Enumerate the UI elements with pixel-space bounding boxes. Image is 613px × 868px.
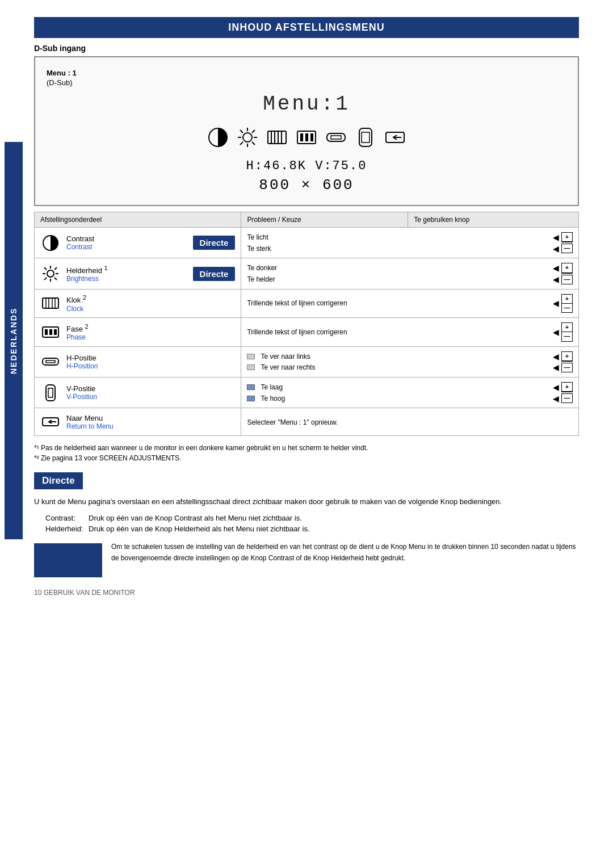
contrast-directe-text: Druk op één van de Knop Contrast als het… xyxy=(89,514,302,522)
list-item: Helderheid: Druk op één van de Knop Held… xyxy=(45,525,579,533)
phase-arrow1: ◀ xyxy=(553,328,559,337)
svg-rect-18 xyxy=(310,133,313,141)
contrast-icon xyxy=(40,234,61,252)
contrast-name-en: Contrast xyxy=(66,243,187,251)
phase-menu-icon xyxy=(294,125,319,150)
page-title: INHOUD AFSTELLINGSMENU xyxy=(34,17,579,38)
phase-icon xyxy=(40,323,61,341)
return-problem1: Selecteer "Menu : 1" opnieuw. xyxy=(247,418,338,426)
sidebar-label: NEDERLANDS xyxy=(5,142,23,539)
helderheid-label: Helderheid: xyxy=(45,525,85,533)
directe-blue-bar xyxy=(34,543,102,577)
hposition-problem1: Te ver naar links xyxy=(261,353,549,360)
vposition-name-en: V-Position xyxy=(66,393,235,401)
svg-rect-42 xyxy=(49,329,52,335)
dsub-label: D-Sub ingang xyxy=(34,44,579,53)
vposition-icon xyxy=(40,384,61,402)
svg-line-7 xyxy=(252,142,255,145)
svg-line-6 xyxy=(240,130,243,133)
vposition-menu-icon xyxy=(353,125,378,150)
table-row: Helderheid 1 Brightness Directe Te donke… xyxy=(35,258,579,289)
brightness-menu-icon xyxy=(235,125,260,150)
svg-rect-17 xyxy=(305,133,308,141)
svg-rect-35 xyxy=(43,298,58,308)
menu-icons-row xyxy=(47,125,566,150)
menu-line2: (D-Sub) xyxy=(47,78,566,87)
svg-rect-22 xyxy=(362,132,370,142)
svg-rect-20 xyxy=(331,136,341,139)
clock-arrow1: ◀ xyxy=(553,299,559,308)
svg-rect-45 xyxy=(46,360,55,363)
svg-line-31 xyxy=(44,267,47,270)
svg-rect-41 xyxy=(45,329,48,335)
hposition-problem2: Te ver naar rechts xyxy=(261,363,549,371)
contrast-directe-badge: Directe xyxy=(193,236,236,250)
adjustment-table: Afstellingsonderdeel Probleem / Keuze Te… xyxy=(34,212,579,436)
contrast-arrow2: ◀ xyxy=(553,244,559,253)
menu-title: Menu:1 xyxy=(47,93,566,116)
return-name-en: Return to Menu xyxy=(66,422,235,430)
directe-list: Contrast: Druk op één van de Knop Contra… xyxy=(45,514,579,533)
brightness-problem2: Te helder xyxy=(247,275,549,283)
svg-point-26 xyxy=(47,270,54,277)
vposition-name-nl: V-Positie xyxy=(66,384,235,393)
col-header-part: Afstellingsonderdeel xyxy=(35,212,241,228)
hposition-name-nl: H-Positie xyxy=(66,354,235,362)
clock-name-en: Clock xyxy=(66,305,235,313)
table-row: V-Positie V-Position Te laag ◀ xyxy=(35,377,579,408)
table-row: Fase 2 Phase Trillende tekst of lijnen c… xyxy=(35,318,579,346)
contrast-name-nl: Contrast xyxy=(66,234,187,243)
col-header-button: Te gebruiken knop xyxy=(408,212,579,228)
contrast-label: Contrast: xyxy=(45,514,85,522)
contrast-menu-icon xyxy=(205,125,230,150)
vposition-problem1: Te laag xyxy=(261,383,549,391)
brightness-problem1: Te donker xyxy=(247,264,549,272)
return-icon xyxy=(40,413,61,431)
svg-point-1 xyxy=(243,133,252,142)
directe-bottom-section: Om te schakelen tussen de instelling van… xyxy=(34,541,579,577)
hposition-arrow1: ◀ xyxy=(553,352,559,361)
hposition-icon xyxy=(40,353,61,371)
brightness-name-nl: Helderheid 1 xyxy=(66,265,187,275)
svg-rect-44 xyxy=(43,358,58,365)
col-header-problem: Probleem / Keuze xyxy=(241,212,408,228)
menu-line1: Menu : 1 xyxy=(47,69,566,77)
footnotes: *¹ Pas de helderheid aan wanneer u de mo… xyxy=(34,444,579,462)
hposition-menu-icon xyxy=(324,125,349,150)
table-row: Naar Menu Return to Menu Selecteer "Menu… xyxy=(35,408,579,436)
clock-name-nl: Klok 2 xyxy=(66,294,235,304)
brightness-name-en: Brightness xyxy=(66,275,187,283)
directe-section-title: Directe xyxy=(34,472,83,489)
directe-bottom-text: Om te schakelen tussen de instelling van… xyxy=(111,541,579,577)
table-row: H-Positie H-Position Te ver naar links xyxy=(35,346,579,377)
return-name-nl: Naar Menu xyxy=(66,414,235,422)
vposition-arrow2: ◀ xyxy=(553,394,559,403)
directe-body: U kunt de Menu pagina's overslaan en een… xyxy=(34,496,579,508)
phase-name-en: Phase xyxy=(66,333,235,341)
menu-resolution: 800 × 600 xyxy=(47,177,566,194)
hposition-arrow2: ◀ xyxy=(553,363,559,372)
clock-icon xyxy=(40,294,61,312)
svg-line-9 xyxy=(240,142,243,145)
svg-rect-19 xyxy=(327,133,345,141)
footnote-1: *¹ Pas de helderheid aan wanneer u de mo… xyxy=(34,444,579,452)
vposition-arrow1: ◀ xyxy=(553,383,559,392)
brightness-directe-badge: Directe xyxy=(193,267,236,281)
svg-line-8 xyxy=(252,130,255,133)
contrast-arrow1: ◀ xyxy=(553,233,559,242)
vposition-problem2: Te hoog xyxy=(261,395,549,402)
table-row: Contrast Contrast Directe Te licht ◀ xyxy=(35,228,579,258)
brightness-arrow1: ◀ xyxy=(553,263,559,272)
menu-freq: H:46.8K V:75.0 xyxy=(47,159,566,173)
phase-problem1: Trillende tekst of lijnen corrigeren xyxy=(247,328,549,336)
brightness-arrow2: ◀ xyxy=(553,275,559,284)
list-item: Contrast: Druk op één van de Knop Contra… xyxy=(45,514,579,522)
page-footer: 10 GEBRUIK VAN DE MONITOR xyxy=(34,589,579,597)
svg-rect-10 xyxy=(268,131,286,144)
svg-line-34 xyxy=(44,278,47,280)
brightness-icon xyxy=(40,265,61,283)
clock-problem1: Trillende tekst of lijnen corrigeren xyxy=(247,299,549,307)
contrast-problem1: Te licht xyxy=(247,233,549,241)
contrast-problem2: Te sterk xyxy=(247,245,549,253)
svg-rect-47 xyxy=(48,388,53,397)
